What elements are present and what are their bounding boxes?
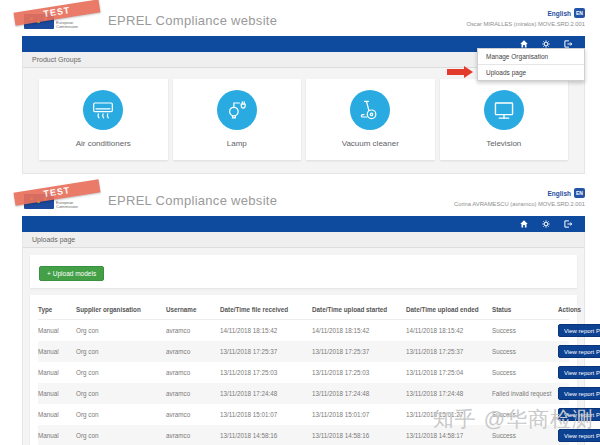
col-supplier-organisation: Supplier organisation <box>76 306 166 313</box>
cell-username: avramco <box>166 348 220 355</box>
cell-upload-started: 13/11/2018 17:25:37 <box>312 348 406 355</box>
air-conditioner-icon <box>83 90 123 130</box>
cell-file-received: 13/11/2018 17:25:37 <box>220 348 312 355</box>
cell-upload-ended: 13/11/2018 17:24:48 <box>406 390 492 397</box>
language-flag-icon: EN <box>574 8 585 18</box>
cell-file-received: 13/11/2018 17:25:03 <box>220 369 312 376</box>
col-upload-ended: Date/Time upload ended <box>406 306 492 313</box>
logged-in-user: Corina AVRAMESCU (avramco) MOVE.SRD.2.00… <box>454 201 585 207</box>
logo-caption: European Commission <box>56 201 96 210</box>
language-flag-icon: EN <box>574 188 585 198</box>
card-lamp[interactable]: Lamp <box>173 79 302 160</box>
page-title: EPREL Compliance website <box>108 193 277 208</box>
cell-type: Manual <box>38 432 76 439</box>
television-icon <box>484 90 524 130</box>
col-actions: Actions <box>558 306 585 313</box>
cell-actions: View report PDF View report XML <box>558 366 600 379</box>
cell-supplier-organisation: Org con <box>76 348 166 355</box>
cell-username: avramco <box>166 432 220 439</box>
gear-icon[interactable] <box>541 219 551 229</box>
col-file-received: Date/Time file received <box>220 306 312 313</box>
screenshot-product-groups: European Commission TEST EPREL Complianc… <box>22 0 585 174</box>
cell-status: Failed invalid request <box>492 390 558 397</box>
menu-item-manage-organisation[interactable]: Manage Organisation <box>478 49 584 64</box>
card-vacuum-cleaner[interactable]: Vacuum cleaner <box>306 79 435 160</box>
cell-supplier-organisation: Org con <box>76 432 166 439</box>
language-selector[interactable]: English EN <box>548 8 585 18</box>
cell-username: avramco <box>166 411 220 418</box>
cell-supplier-organisation: Org con <box>76 369 166 376</box>
logout-icon[interactable] <box>563 219 573 229</box>
view-report-pdf-button[interactable]: View report PDF <box>558 345 600 358</box>
cell-status: Success <box>492 348 558 355</box>
col-upload-started: Date/Time upload started <box>312 306 406 313</box>
cell-file-received: 13/11/2018 14:58:16 <box>220 432 312 439</box>
cell-type: Manual <box>38 411 76 418</box>
card-label: Lamp <box>227 139 247 148</box>
ec-logo: European Commission TEST <box>22 5 100 36</box>
page-title: EPREL Compliance website <box>108 13 277 28</box>
upload-models-label: Upload models <box>53 270 96 277</box>
logo-caption: European Commission <box>56 21 96 30</box>
table-row: Manual Org con avramco 13/11/2018 17:25:… <box>38 362 569 383</box>
cell-supplier-organisation: Org con <box>76 411 166 418</box>
cell-type: Manual <box>38 390 76 397</box>
lamp-icon <box>217 90 257 130</box>
table-row: Manual Org con avramco 13/11/2018 17:25:… <box>38 341 569 362</box>
cell-status: Success <box>492 432 558 439</box>
menu-item-uploads-page[interactable]: Uploads page <box>478 64 584 80</box>
watermark: 知乎 @华商检测 <box>433 405 594 433</box>
card-label: Vacuum cleaner <box>342 139 399 148</box>
cell-type: Manual <box>38 348 76 355</box>
cell-upload-started: 13/11/2018 15:01:07 <box>312 411 406 418</box>
language-label: English <box>548 190 571 197</box>
cell-upload-started: 13/11/2018 17:24:48 <box>312 390 406 397</box>
view-report-pdf-button[interactable]: View report PDF <box>558 387 600 400</box>
language-label: English <box>548 10 571 17</box>
section-title: Uploads page <box>23 232 584 248</box>
cell-upload-started: 13/11/2018 17:25:03 <box>312 369 406 376</box>
cell-username: avramco <box>166 369 220 376</box>
cell-status: Success <box>492 327 558 334</box>
plus-icon: + <box>47 270 51 277</box>
cell-type: Manual <box>38 369 76 376</box>
card-air-conditioners[interactable]: Air conditioners <box>39 79 168 160</box>
app-header: European Commission TEST EPREL Complianc… <box>22 5 585 36</box>
home-icon[interactable] <box>519 219 529 229</box>
cell-actions: View report PDF View report XML <box>558 324 600 337</box>
logged-in-user: Oscar MIRALLES (miralos) MOVE.SRD.2.001 <box>466 21 585 27</box>
cell-username: avramco <box>166 327 220 334</box>
view-report-pdf-button[interactable]: View report PDF <box>558 366 600 379</box>
cell-supplier-organisation: Org con <box>76 390 166 397</box>
cell-upload-started: 14/11/2018 18:15:42 <box>312 327 406 334</box>
cell-file-received: 14/11/2018 18:15:42 <box>220 327 312 334</box>
product-group-cards: Air conditioners Lamp <box>23 68 584 173</box>
cell-upload-started: 13/11/2018 14:58:16 <box>312 432 406 439</box>
cell-upload-ended: 14/11/2018 18:15:42 <box>406 327 492 334</box>
cell-file-received: 13/11/2018 15:01:07 <box>220 411 312 418</box>
col-type: Type <box>38 306 76 313</box>
cell-actions: View report PDF View report XML <box>558 387 600 400</box>
cell-upload-ended: 13/11/2018 17:25:37 <box>406 348 492 355</box>
table-row: Manual Org con avramco 13/11/2018 17:24:… <box>38 383 569 404</box>
card-television[interactable]: Television <box>440 79 569 160</box>
view-report-pdf-button[interactable]: View report PDF <box>558 324 600 337</box>
language-selector[interactable]: English EN <box>548 188 585 198</box>
vacuum-cleaner-icon <box>350 90 390 130</box>
card-label: Television <box>486 139 521 148</box>
annotation-arrow-icon <box>447 66 473 78</box>
cell-status: Success <box>492 369 558 376</box>
cell-upload-ended: 13/11/2018 14:58:17 <box>406 432 492 439</box>
page: European Commission TEST EPREL Complianc… <box>0 0 600 445</box>
cell-username: avramco <box>166 390 220 397</box>
uploads-table-header: Type Supplier organisation Username Date… <box>38 299 569 320</box>
settings-dropdown-menu: Manage Organisation Uploads page <box>477 48 585 81</box>
cell-actions: View report PDF View report XML <box>558 345 600 358</box>
upload-models-button[interactable]: + Upload models <box>39 266 104 281</box>
col-status: Status <box>492 306 558 313</box>
table-row: Manual Org con avramco 14/11/2018 18:15:… <box>38 320 569 341</box>
cell-type: Manual <box>38 327 76 334</box>
cell-upload-ended: 13/11/2018 17:25:04 <box>406 369 492 376</box>
top-navbar <box>22 216 585 232</box>
ec-logo: European Commission TEST <box>22 185 100 216</box>
